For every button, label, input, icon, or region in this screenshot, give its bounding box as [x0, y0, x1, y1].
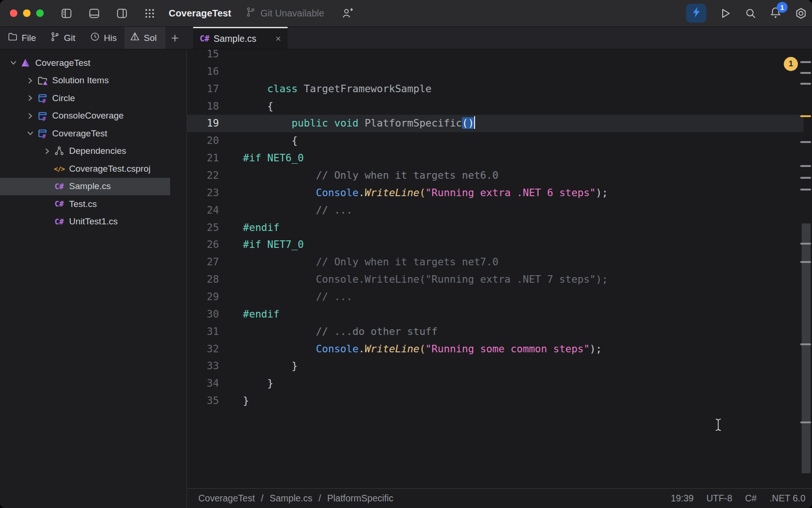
line-number[interactable]: 19 — [187, 115, 219, 132]
line-number[interactable]: 24 — [187, 202, 219, 219]
tree-item-circle[interactable]: #Circle — [0, 89, 187, 107]
line-number[interactable]: 34 — [187, 375, 219, 392]
line-number[interactable]: 23 — [187, 184, 219, 202]
code-line-31[interactable]: // ...do other stuff — [243, 323, 608, 341]
scrollbar-mark[interactable] — [800, 243, 811, 245]
tree-item-coveragetest-csproj[interactable]: </>CoverageTest.csproj — [0, 160, 187, 178]
notifications-button[interactable]: 1 — [769, 6, 782, 21]
code-line-19[interactable]: public void PlatformSpecific() — [243, 115, 608, 132]
code-line-20[interactable]: { — [243, 132, 608, 150]
tool-tab-files[interactable]: File — [8, 27, 36, 49]
chevron-collapsed-icon[interactable] — [40, 147, 54, 155]
line-number[interactable]: 25 — [187, 219, 219, 237]
code-line-27[interactable]: // Only when it targets net7.0 — [243, 254, 608, 271]
run-configuration-button[interactable] — [686, 4, 706, 23]
tree-item-consolecoverage[interactable]: #ConsoleCoverage — [0, 107, 187, 125]
line-number-gutter[interactable]: 1516171819202122232425262728293031323334… — [187, 49, 219, 410]
framework-widget[interactable]: .NET 6.0 — [769, 493, 805, 504]
run-icon[interactable] — [719, 7, 732, 20]
scrollbar-mark[interactable] — [800, 165, 811, 167]
line-number[interactable]: 28 — [187, 271, 219, 288]
tool-tab-history[interactable]: His — [90, 27, 117, 49]
line-number[interactable]: 31 — [187, 323, 219, 341]
toggle-bottom-panel-icon[interactable] — [88, 8, 100, 19]
code-line-15[interactable] — [243, 49, 608, 63]
code-line-28[interactable]: Console.WriteLine("Running extra .NET 7 … — [243, 271, 608, 288]
problems-count-badge[interactable]: 1 — [784, 57, 798, 71]
breadcrumb-item[interactable]: PlatformSpecific — [327, 493, 393, 504]
tree-item-dependencies[interactable]: Dependencies — [0, 143, 187, 160]
line-number[interactable]: 29 — [187, 288, 219, 306]
settings-gear-icon[interactable] — [795, 7, 807, 20]
code-line-18[interactable]: { — [243, 98, 608, 115]
line-number[interactable]: 33 — [187, 357, 219, 375]
git-status-widget[interactable]: Git Unavailable — [245, 7, 324, 20]
code-area[interactable]: class TargetFrameworkSample { public voi… — [243, 49, 608, 410]
close-tab-icon[interactable]: × — [275, 33, 281, 44]
chevron-expanded-icon[interactable] — [7, 59, 20, 67]
warning-stripe-mark[interactable] — [800, 115, 811, 117]
tree-item-unittest1-cs[interactable]: C#UnitTest1.cs — [0, 213, 187, 231]
toggle-left-panel-icon[interactable] — [61, 8, 72, 19]
scrollbar-mark[interactable] — [800, 61, 811, 63]
code-line-32[interactable]: Console.WriteLine("Running some common s… — [243, 341, 608, 358]
code-line-34[interactable]: } — [243, 375, 608, 392]
code-line-16[interactable] — [243, 63, 608, 80]
code-line-25[interactable]: #endif — [243, 219, 608, 237]
line-number[interactable]: 17 — [187, 80, 219, 98]
search-icon[interactable] — [744, 7, 757, 19]
tool-tab-solution[interactable]: Sol — [125, 27, 165, 49]
code-line-33[interactable]: } — [243, 357, 608, 375]
line-number[interactable]: 30 — [187, 306, 219, 323]
chevron-collapsed-icon[interactable] — [23, 77, 37, 85]
line-number[interactable]: 16 — [187, 63, 219, 80]
tree-item-coveragetest[interactable]: CoverageTest — [0, 54, 187, 72]
add-tool-tab-button[interactable]: + — [171, 27, 179, 49]
line-number[interactable]: 26 — [187, 236, 219, 254]
close-window-button[interactable] — [10, 9, 17, 17]
add-collaborator-icon[interactable] — [341, 7, 354, 20]
code-line-23[interactable]: Console.WriteLine("Running extra .NET 6 … — [243, 184, 608, 202]
code-line-29[interactable]: // ... — [243, 288, 608, 306]
workspace-title[interactable]: CoverageTest — [169, 8, 231, 19]
chevron-collapsed-icon[interactable] — [23, 94, 37, 102]
code-line-17[interactable]: class TargetFrameworkSample — [243, 80, 608, 98]
line-number[interactable]: 35 — [187, 392, 219, 410]
encoding-widget[interactable]: UTF-8 — [706, 493, 732, 504]
scrollbar-mark[interactable] — [800, 421, 811, 423]
workspace-grid-icon[interactable] — [144, 8, 156, 19]
line-number[interactable]: 15 — [187, 49, 219, 63]
tool-tab-git[interactable]: Git — [50, 27, 75, 49]
code-line-21[interactable]: #if NET6_0 — [243, 150, 608, 167]
tree-item-sample-cs[interactable]: C#Sample.cs — [0, 178, 187, 196]
code-line-26[interactable]: #if NET7_0 — [243, 236, 608, 254]
scrollbar-mark[interactable] — [800, 261, 811, 263]
scrollbar-mark[interactable] — [800, 177, 811, 179]
tree-item-coveragetest[interactable]: #CoverageTest — [0, 125, 187, 143]
breadcrumb-item[interactable]: CoverageTest — [198, 493, 255, 504]
minimize-window-button[interactable] — [23, 9, 31, 17]
line-number[interactable]: 32 — [187, 341, 219, 358]
scrollbar-mark[interactable] — [800, 343, 811, 345]
scrollbar-mark[interactable] — [800, 83, 811, 85]
toggle-right-panel-icon[interactable] — [116, 8, 128, 19]
maximize-window-button[interactable] — [36, 9, 44, 17]
scrollbar-mark[interactable] — [800, 72, 811, 74]
tree-item-test-cs[interactable]: C#Test.cs — [0, 195, 187, 213]
caret-position-widget[interactable]: 19:39 — [671, 493, 694, 504]
code-editor[interactable]: 1516171819202122232425262728293031323334… — [187, 49, 812, 508]
breadcrumb[interactable]: CoverageTest / Sample.cs / PlatformSpeci… — [198, 493, 393, 504]
line-number[interactable]: 18 — [187, 98, 219, 115]
line-number[interactable]: 27 — [187, 254, 219, 271]
code-line-30[interactable]: #endif — [243, 306, 608, 323]
language-widget[interactable]: C# — [745, 493, 757, 504]
line-number[interactable]: 20 — [187, 132, 219, 150]
line-number[interactable]: 21 — [187, 150, 219, 167]
code-line-24[interactable]: // ... — [243, 202, 608, 219]
chevron-collapsed-icon[interactable] — [23, 112, 37, 120]
scrollbar-mark[interactable] — [800, 189, 811, 190]
breadcrumb-item[interactable]: Sample.cs — [270, 493, 312, 504]
line-number[interactable]: 22 — [187, 167, 219, 184]
code-line-22[interactable]: // Only when it targets net6.0 — [243, 167, 608, 184]
scrollbar-mark[interactable] — [800, 141, 811, 143]
